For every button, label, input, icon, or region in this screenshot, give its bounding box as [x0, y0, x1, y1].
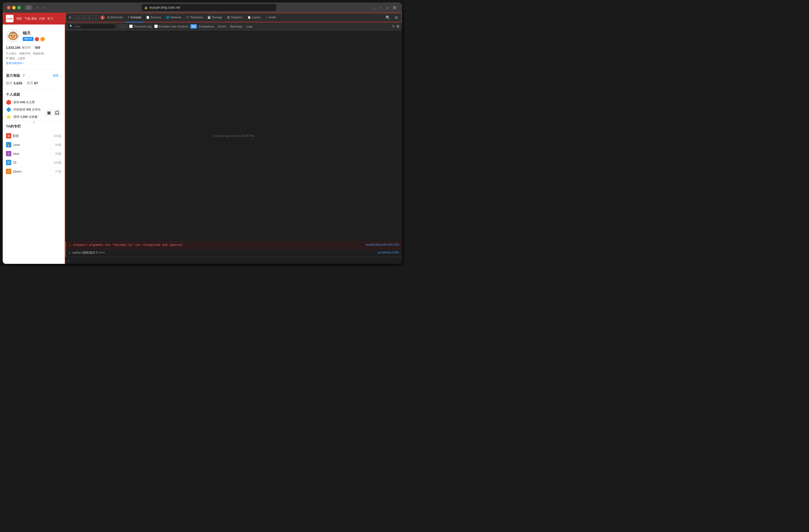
console-log-message: ℰ safari授权成功了==== g.csdnimg.cn:361: [65, 249, 402, 257]
col-icon-linux: 🐧: [6, 142, 11, 147]
console-input[interactable]: [71, 259, 399, 262]
qr-icon: ▦: [47, 110, 51, 115]
filter-evaluations-button[interactable]: Evaluations: [197, 24, 216, 29]
share-button[interactable]: ↑: [379, 5, 383, 11]
preserve-log-input[interactable]: [129, 24, 133, 28]
monthly-label: 当月: [27, 81, 33, 85]
console-main-area: Console opened at 8:26:06 PM: [65, 31, 402, 241]
nav-learn[interactable]: 学习: [47, 17, 53, 21]
achievements-header: 个人成就: [6, 92, 62, 97]
level-num: 7: [23, 74, 24, 77]
col-icon-js-symbol: JS: [7, 161, 10, 164]
forward-button[interactable]: ›: [41, 4, 46, 11]
nav-qa[interactable]: 问答: [39, 17, 45, 21]
preserve-log-label: Preserve Log: [134, 25, 151, 28]
addressbar[interactable]: 🔒 wuyujin.blog.csdn.net: [141, 4, 276, 11]
filter-prev-button[interactable]: ‹: [118, 24, 122, 29]
tab-network[interactable]: 🌐 Network: [164, 13, 183, 22]
filter-nav-buttons: ‹ ›: [118, 24, 127, 29]
tab-storage[interactable]: 💾 Storage: [205, 13, 224, 22]
filter-warnings-button[interactable]: Warnings: [228, 24, 244, 29]
new-tab-button[interactable]: +: [385, 5, 390, 11]
headset-icon: 🎧: [55, 110, 59, 115]
layers-tab-label: Layers: [252, 16, 261, 19]
site-nav-links: 博客 下载·课程 问答 学习: [16, 17, 53, 21]
profile-info: 锦天 码龄4年 🔴 🟠: [23, 31, 45, 41]
col-item-linux[interactable]: 🐧 Linux 89篇: [6, 140, 62, 149]
devtools-toolbar-right: 🔍 ⚙: [384, 15, 400, 20]
filter-search-input[interactable]: [74, 25, 114, 28]
profile-name: 锦天: [23, 31, 45, 36]
traffic-lights: [7, 6, 21, 10]
monthly-score-val: 87: [34, 81, 38, 85]
col-left-java: J Java: [6, 151, 19, 156]
console-reload-button[interactable]: ↻: [392, 24, 395, 28]
col-item-java[interactable]: J Java 93篇: [6, 149, 62, 158]
maximize-button[interactable]: [17, 6, 21, 10]
tab-graphics[interactable]: 🖼 Graphics: [225, 13, 245, 22]
preserve-log-checkbox[interactable]: Preserve Log: [129, 24, 151, 28]
col-item-js[interactable]: JS JS 100篇: [6, 158, 62, 167]
console-clear-button[interactable]: 🗑: [396, 24, 400, 28]
col-icon-config-symbol: ⚙: [7, 135, 10, 138]
error-msg-source[interactable]: wuyujin.blog.csdn.net:1:423: [366, 243, 399, 246]
tab-console[interactable]: > Console: [126, 13, 143, 22]
download-button[interactable]: ↓: [373, 5, 377, 11]
tab-elements[interactable]: ⊞ Elements: [105, 13, 125, 22]
level-section-header: 原力等级 7 领奖 ›: [6, 73, 62, 78]
dock-left-button[interactable]: □: [73, 15, 79, 20]
emulate-gesture-checkbox[interactable]: Emulate User Gesture: [154, 24, 188, 28]
qr-button[interactable]: ▦: [45, 109, 52, 116]
devtools-view-buttons: □ ▭ ▯ ⊹: [73, 15, 99, 20]
filter-all-button[interactable]: All: [190, 24, 197, 29]
comments-text: 内容获得 341 次评论: [14, 108, 41, 111]
nav-blog[interactable]: 博客: [16, 17, 22, 21]
col-icon-js: JS: [6, 160, 11, 165]
graphics-tab-icon: 🖼: [227, 16, 230, 19]
search-box: 🔍: [67, 24, 116, 29]
grid-button[interactable]: ⊞: [392, 4, 397, 11]
emulate-gesture-input[interactable]: [154, 24, 158, 28]
filter-errors-button[interactable]: Errors: [217, 24, 228, 29]
audit-tab-icon: ✓: [265, 16, 268, 19]
dock-bottom-button[interactable]: ▭: [80, 15, 86, 20]
tab-layers[interactable]: 📋 Layers: [245, 13, 263, 22]
col-icon-jquery-symbol: jQ: [7, 170, 10, 173]
sidebar-toggle-button[interactable]: ⊟: [25, 5, 32, 10]
devtools-close-button[interactable]: ✕: [67, 15, 73, 20]
total-score-item: 总分 3,826: [6, 81, 22, 85]
back-button[interactable]: ‹: [35, 4, 40, 11]
minimize-button[interactable]: [12, 6, 16, 10]
emulate-gesture-label: Emulate User Gesture: [159, 25, 188, 28]
tab-sources[interactable]: 📄 Sources: [144, 13, 163, 22]
columns-title: TA的专栏: [6, 124, 21, 129]
profile-stats: 1,633,194 被访问 | 509: [6, 46, 62, 50]
badge-csdn: 码龄4年: [23, 37, 33, 41]
score-row: 总分 3,826 当月 87: [6, 81, 62, 85]
console-error-message: ⚠ Viewport argument key "minimal-ui" not…: [65, 242, 402, 249]
headset-button[interactable]: 🎧: [53, 109, 61, 116]
profile-detail-link[interactable]: 查看详细资料∨: [6, 61, 62, 65]
col-name-java: Java: [13, 152, 19, 155]
devtools-settings-button[interactable]: ⚙: [393, 15, 400, 20]
nav-download[interactable]: 下载·课程: [24, 17, 37, 21]
total-score-val: 3,826: [14, 81, 22, 85]
timelines-tab-label: Timelines: [190, 16, 203, 19]
level-action[interactable]: 领奖: [53, 74, 59, 77]
tab-timelines[interactable]: ⏱ Timelines: [184, 13, 205, 22]
col-item-jquery[interactable]: jQ jQuery 97篇: [6, 167, 62, 176]
devtools-search-button[interactable]: 🔍: [384, 15, 392, 20]
filter-logs-button[interactable]: Logs: [245, 24, 254, 29]
col-name-js: JS: [13, 161, 16, 164]
sidebar-icon: ⊟: [28, 6, 30, 9]
log-msg-left: ℰ safari授权成功了====: [69, 251, 105, 255]
undock-button[interactable]: ⊹: [93, 15, 99, 20]
tab-audit[interactable]: ✓ Audit: [263, 13, 278, 22]
error-msg-left: ⚠ Viewport argument key "minimal-ui" not…: [69, 243, 183, 247]
log-msg-source[interactable]: g.csdnimg.cn:361: [378, 251, 399, 254]
close-button[interactable]: [7, 6, 11, 10]
col-item-config[interactable]: ⚙ 配置 166篇: [6, 131, 62, 140]
dock-right-button[interactable]: ▯: [86, 15, 92, 20]
col-name-config: 配置: [13, 134, 19, 138]
filter-next-button[interactable]: ›: [123, 24, 127, 29]
